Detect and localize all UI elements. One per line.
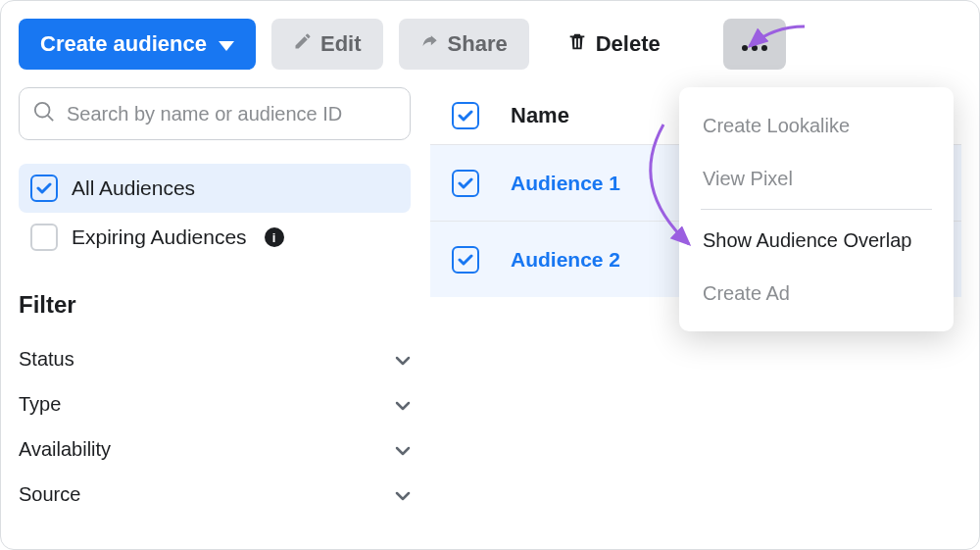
sidebar: Search by name or audience ID All Audien… — [19, 87, 411, 517]
chevron-down-icon — [395, 348, 411, 371]
trash-icon — [566, 30, 588, 58]
svg-marker-0 — [219, 41, 234, 51]
more-button[interactable] — [723, 19, 786, 70]
chevron-down-icon — [395, 483, 411, 506]
audience-name-link[interactable]: Audience 2 — [511, 248, 620, 272]
more-dropdown: Create Lookalike View Pixel Show Audienc… — [679, 87, 954, 331]
filter-status[interactable]: Status — [19, 336, 411, 381]
search-icon — [33, 101, 55, 127]
audience-filter-all[interactable]: All Audiences — [19, 164, 411, 213]
dots-icon — [741, 31, 768, 57]
dropdown-separator — [701, 209, 932, 210]
dropdown-item-show-overlap[interactable]: Show Audience Overlap — [679, 214, 954, 267]
share-button[interactable]: Share — [399, 19, 529, 70]
row-checkbox[interactable] — [452, 246, 479, 274]
filter-type[interactable]: Type — [19, 381, 411, 426]
filter-availability[interactable]: Availability — [19, 426, 411, 472]
search-input[interactable]: Search by name or audience ID — [19, 87, 411, 140]
svg-point-2 — [752, 45, 758, 51]
select-all-checkbox[interactable] — [452, 102, 479, 129]
edit-label: Edit — [320, 31, 362, 57]
delete-button[interactable]: Delete — [545, 19, 682, 70]
chevron-down-icon — [395, 438, 411, 461]
audience-name-link[interactable]: Audience 1 — [511, 172, 620, 195]
filter-label: Source — [19, 483, 80, 506]
audience-filter-label: Expiring Audiences — [72, 225, 247, 249]
dropdown-item-create-lookalike[interactable]: Create Lookalike — [679, 99, 954, 152]
row-checkbox[interactable] — [452, 170, 479, 197]
delete-label: Delete — [596, 31, 661, 57]
checkbox-checked[interactable] — [30, 175, 58, 202]
column-header-name: Name — [511, 103, 569, 128]
filter-source[interactable]: Source — [19, 472, 411, 517]
filter-heading: Filter — [19, 291, 411, 319]
caret-down-icon — [219, 31, 234, 57]
share-arrow-icon — [420, 31, 440, 57]
toolbar: Create audience Edit Share Delete — [19, 19, 961, 70]
audience-list: All Audiences Expiring Audiences i — [19, 164, 411, 262]
search-placeholder: Search by name or audience ID — [67, 103, 342, 125]
svg-point-3 — [761, 45, 767, 51]
create-audience-button[interactable]: Create audience — [19, 19, 256, 70]
svg-point-1 — [742, 45, 748, 51]
share-label: Share — [448, 31, 508, 57]
dropdown-item-create-ad[interactable]: Create Ad — [679, 267, 954, 320]
dropdown-item-view-pixel[interactable]: View Pixel — [679, 152, 954, 205]
pencil-icon — [293, 31, 313, 57]
info-icon[interactable]: i — [265, 227, 284, 247]
audience-filter-label: All Audiences — [72, 176, 195, 200]
checkbox-unchecked[interactable] — [30, 224, 58, 251]
filter-label: Status — [19, 348, 74, 371]
filter-label: Type — [19, 393, 61, 416]
audience-filter-expiring[interactable]: Expiring Audiences i — [19, 213, 411, 262]
edit-button[interactable]: Edit — [271, 19, 383, 70]
create-audience-label: Create audience — [40, 31, 207, 57]
chevron-down-icon — [395, 393, 411, 416]
filter-label: Availability — [19, 438, 111, 461]
